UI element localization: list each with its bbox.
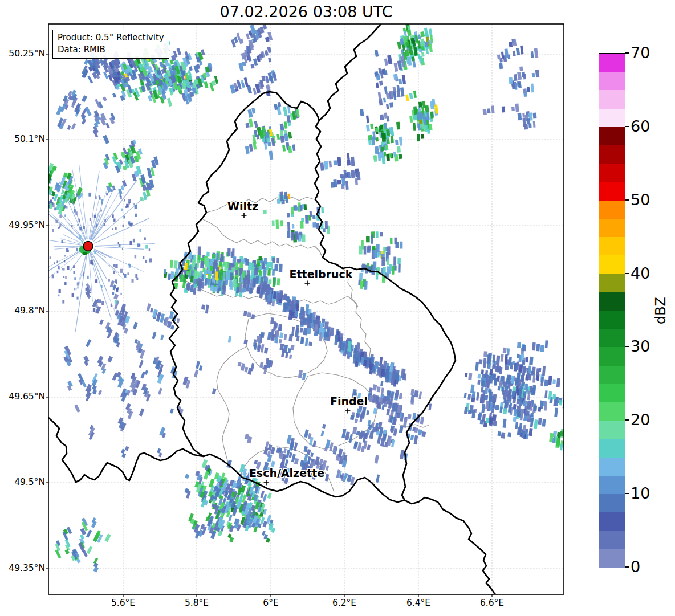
colorbar-tick-label: 50	[631, 192, 650, 207]
colorbar-band	[599, 311, 625, 329]
colorbar-band	[599, 549, 625, 568]
colorbar-band	[599, 90, 625, 108]
product-line: Product: 0.5° Reflectivity	[58, 32, 164, 44]
lon-tick-label: 6°E	[245, 598, 296, 608]
lon-tick-label: 6.4°E	[393, 598, 444, 608]
colorbar-band	[599, 182, 625, 200]
colorbar-tick-label: 70	[631, 45, 650, 60]
colorbar-band	[599, 439, 625, 457]
colorbar-band	[599, 72, 625, 90]
city-label: Ettelbruck	[290, 268, 353, 280]
city-label: Esch/Alzette	[249, 467, 324, 479]
product-info-box: Product: 0.5° Reflectivity Data: RMIB	[52, 30, 169, 59]
colorbar-band	[599, 274, 625, 292]
colorbar-band	[599, 531, 625, 549]
colorbar-band	[599, 458, 625, 476]
colorbar-band	[599, 54, 625, 72]
colorbar-tick-mark	[625, 126, 629, 127]
colorbar-tick-mark	[625, 493, 629, 494]
colorbar-band	[599, 164, 625, 182]
colorbar-tick-label: 10	[631, 486, 650, 501]
lon-tick-label: 5.8°E	[171, 598, 222, 608]
lat-tick-label: 50.1°N	[0, 134, 45, 145]
city-label: Wiltz	[227, 200, 258, 213]
colorbar-tick-mark	[625, 273, 629, 274]
colorbar-tick-label: 30	[631, 338, 650, 354]
colorbar-tick-label: 0	[631, 559, 640, 574]
lat-tick-label: 49.8°N	[0, 305, 45, 317]
lat-tick-label: 49.65°N	[0, 391, 45, 403]
colorbar-band	[599, 292, 625, 311]
colorbar-band	[599, 329, 625, 347]
lon-tick-label: 5.6°E	[97, 598, 149, 608]
belgium_germany-border	[319, 24, 381, 120]
colorbar-band	[599, 476, 625, 494]
colorbar	[599, 53, 625, 568]
colorbar-band	[599, 402, 625, 421]
colorbar-band	[599, 366, 625, 384]
colorbar-band	[599, 237, 625, 255]
lon-tick-label: 6.6°E	[466, 598, 518, 608]
map-canvas: WiltzEttelbruckFindelEsch/Alzette	[0, 0, 675, 616]
data-source-line: Data: RMIB	[58, 44, 164, 56]
colorbar-band	[599, 219, 625, 237]
colorbar-unit-label: dBZ	[643, 292, 675, 329]
colorbar-band	[599, 384, 625, 402]
lon-tick-label: 6.2°E	[319, 598, 370, 608]
colorbar-tick-label: 40	[631, 266, 650, 281]
colorbar-band	[599, 127, 625, 145]
colorbar-tick-label: 60	[631, 119, 650, 134]
colorbar-band	[599, 494, 625, 512]
lat-tick-label: 49.5°N	[0, 477, 45, 488]
colorbar-tick-mark	[625, 419, 629, 421]
colorbar-tick-label: 20	[631, 412, 650, 427]
colorbar-tick-mark	[625, 566, 629, 568]
colorbar-band	[599, 145, 625, 164]
colorbar-band	[599, 109, 625, 127]
radar-echo-layer	[36, 23, 571, 572]
lat-tick-label: 49.95°N	[0, 220, 45, 231]
colorbar-band	[599, 421, 625, 439]
city-label: Findel	[330, 395, 368, 407]
colorbar-tick-mark	[625, 52, 629, 54]
colorbar-tick-mark	[625, 346, 629, 348]
colorbar-band	[599, 512, 625, 531]
colorbar-band	[599, 201, 625, 219]
colorbar-tick-mark	[625, 199, 629, 201]
radar-figure: 07.02.2026 03:08 UTC WiltzEttelbruckFind…	[0, 0, 675, 616]
colorbar-band	[599, 255, 625, 274]
lat-tick-label: 50.25°N	[0, 48, 45, 60]
colorbar-band	[599, 347, 625, 365]
lat-tick-label: 49.35°N	[0, 563, 45, 574]
